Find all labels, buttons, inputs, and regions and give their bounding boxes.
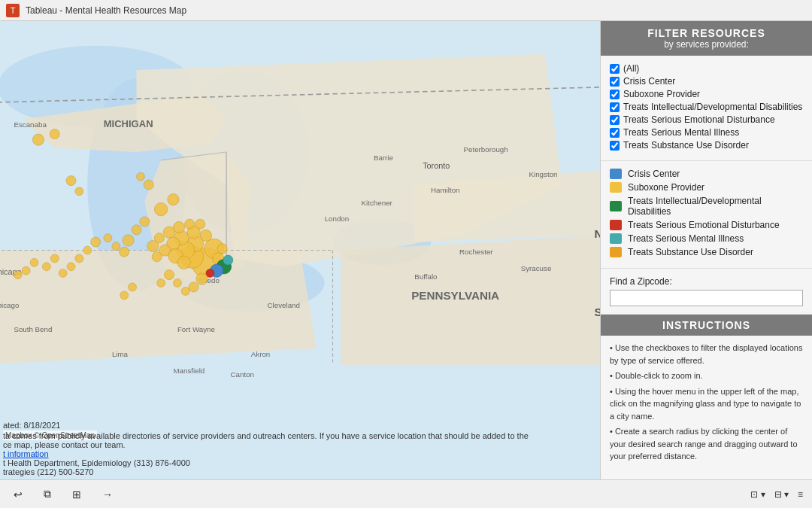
- legend-crisis-label: Crisis Center: [628, 169, 680, 179]
- app-icon: T: [6, 4, 20, 17]
- checkbox-all-input[interactable]: [610, 64, 620, 74]
- svg-point-85: [120, 291, 129, 300]
- main-content: MICHIGAN PENNSYLVANIA hicago Toronto Ham…: [0, 21, 812, 479]
- legend-sed: Treats Serious Emotional Disturbance: [610, 220, 803, 230]
- svg-text:Toronto: Toronto: [423, 161, 450, 170]
- undo-icon: ↩: [14, 488, 23, 500]
- legend-sud-label: Treats Substance Use Disorder: [628, 247, 753, 257]
- checkbox-all-label: (All): [623, 63, 639, 74]
- copy-icon: ⧉: [44, 488, 51, 500]
- svg-text:Kitchener: Kitchener: [362, 199, 393, 207]
- map-bottom-text: ta comes from publicly available directo…: [3, 431, 600, 476]
- monitor-button[interactable]: ⊡ ▾: [750, 489, 765, 500]
- forward-icon: →: [102, 488, 113, 500]
- svg-text:Escanaba: Escanaba: [14, 120, 47, 129]
- menu-button[interactable]: ≡: [798, 489, 803, 500]
- svg-point-40: [163, 227, 174, 238]
- svg-point-62: [59, 269, 67, 278]
- svg-text:Barrie: Barrie: [374, 154, 393, 162]
- legend-smi: Treats Serious Mental Illness: [610, 233, 803, 244]
- svg-point-48: [147, 240, 159, 251]
- svg-point-38: [185, 219, 195, 229]
- taskbar-right: ⊡ ▾ ⊟ ▾ ≡: [750, 489, 803, 500]
- svg-point-65: [30, 258, 38, 266]
- svg-text:Kingston: Kingston: [529, 170, 558, 178]
- legend-suboxone-color: [610, 182, 622, 193]
- svg-point-70: [66, 176, 76, 186]
- filter-checkboxes: (All) Crisis Center Suboxone Provider Tr…: [601, 56, 812, 161]
- svg-point-56: [112, 242, 120, 251]
- svg-point-61: [67, 263, 75, 271]
- svg-point-64: [42, 263, 50, 271]
- svg-point-83: [157, 279, 165, 287]
- contact-link[interactable]: t information: [3, 449, 49, 458]
- svg-point-50: [154, 202, 167, 215]
- checkbox-sud[interactable]: Treats Substance Use Disorder: [610, 140, 803, 151]
- filter-title: FILTER RESOURCES: [610, 27, 803, 39]
- svg-point-77: [206, 269, 214, 278]
- checkbox-intellectual-input[interactable]: [610, 102, 620, 112]
- legend-suboxone-label: Suboxone Provider: [628, 182, 704, 193]
- instruction-3: • Using the hover menu in the upper left…: [610, 385, 803, 423]
- instruction-1: • Use the checkboxes to filter the displ…: [610, 342, 803, 367]
- svg-point-76: [223, 255, 233, 265]
- checkbox-sud-input[interactable]: [610, 141, 620, 151]
- svg-point-55: [120, 247, 129, 257]
- instruction-4: • Create a search radius by clicking the…: [610, 425, 803, 463]
- checkbox-smi[interactable]: Treats Serious Mental Illness: [610, 127, 803, 138]
- checkbox-smi-input[interactable]: [610, 128, 620, 138]
- legend-crisis: Crisis Center: [610, 169, 803, 179]
- checkbox-crisis[interactable]: Crisis Center: [610, 76, 803, 87]
- svg-point-57: [104, 234, 112, 242]
- checkbox-intellectual[interactable]: Treats Intellectual/Developmental Disabi…: [610, 102, 803, 112]
- svg-point-36: [200, 230, 211, 241]
- window-button[interactable]: ⊟ ▾: [774, 489, 789, 500]
- svg-point-68: [32, 134, 44, 145]
- checkbox-suboxone-label: Suboxone Provider: [623, 89, 700, 99]
- svg-point-59: [83, 246, 92, 254]
- svg-text:Syracuse: Syracuse: [521, 264, 552, 272]
- app-title: Tableau - Mental Health Resources Map: [26, 5, 186, 16]
- copy-button[interactable]: ⧉: [39, 486, 56, 502]
- layout-icon: ⊞: [72, 488, 81, 500]
- svg-point-72: [144, 180, 153, 190]
- checkbox-all[interactable]: (All): [610, 63, 803, 74]
- svg-point-81: [173, 279, 181, 287]
- legend-intellectual: Treats Intellectual/Developmental Disabi…: [610, 196, 803, 217]
- checkbox-sed-input[interactable]: [610, 115, 620, 125]
- map-area[interactable]: MICHIGAN PENNSYLVANIA hicago Toronto Ham…: [0, 21, 600, 479]
- checkbox-suboxone[interactable]: Suboxone Provider: [610, 89, 803, 99]
- checkbox-intellectual-label: Treats Intellectual/Developmental Disabi…: [623, 102, 802, 112]
- zipcode-input[interactable]: [610, 290, 803, 306]
- checkbox-sed[interactable]: Treats Serious Emotional Disturbance: [610, 114, 803, 125]
- svg-point-66: [22, 266, 30, 275]
- monitor-icon: ⊡ ▾: [750, 489, 765, 500]
- filter-header: FILTER RESOURCES by services provided:: [601, 21, 812, 56]
- svg-text:Fort Wayne: Fort Wayne: [177, 325, 215, 333]
- instructions-body: • Use the checkboxes to filter the displ…: [601, 336, 812, 472]
- update-date: ated: 8/18/2021: [3, 421, 60, 430]
- checkbox-crisis-label: Crisis Center: [623, 76, 675, 87]
- svg-point-84: [129, 283, 137, 291]
- checkbox-crisis-input[interactable]: [610, 77, 620, 87]
- layout-button[interactable]: ⊞: [68, 487, 86, 502]
- svg-text:hicago: hicago: [0, 301, 20, 309]
- svg-point-79: [189, 282, 198, 292]
- svg-point-82: [164, 270, 174, 280]
- forward-button[interactable]: →: [98, 487, 117, 502]
- legend-sed-label: Treats Serious Emotional Disturbance: [628, 220, 780, 230]
- svg-point-69: [50, 129, 59, 139]
- filter-subtitle: by services provided:: [610, 39, 803, 50]
- zipcode-section: Find a Zipcode:: [601, 269, 812, 315]
- svg-text:Akron: Akron: [251, 350, 271, 358]
- svg-point-73: [137, 172, 145, 181]
- svg-point-49: [152, 252, 162, 262]
- svg-point-52: [140, 217, 150, 227]
- checkbox-sud-label: Treats Substance Use Disorder: [623, 140, 749, 151]
- checkbox-smi-label: Treats Serious Mental Illness: [623, 127, 739, 138]
- undo-button[interactable]: ↩: [9, 487, 27, 502]
- svg-text:Rochester: Rochester: [459, 248, 493, 256]
- zipcode-label: Find a Zipcode:: [610, 276, 803, 287]
- checkbox-suboxone-input[interactable]: [610, 90, 620, 99]
- svg-point-46: [217, 244, 227, 254]
